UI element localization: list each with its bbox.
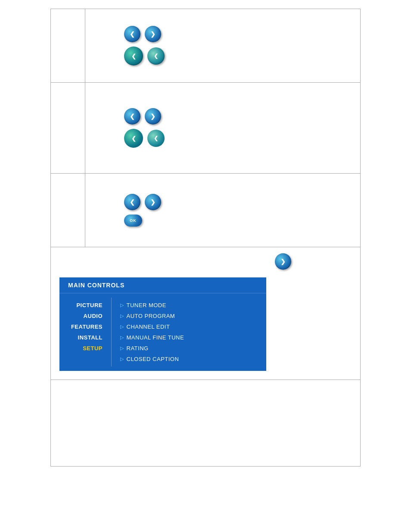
menu-item-audio[interactable]: AUDIO	[68, 311, 103, 321]
row3-right: ❮ ❯ OK	[85, 174, 360, 247]
row2-du-buttons: ❮ ❮	[124, 129, 165, 148]
row1-right: ❮ ❯ ❮ ❮	[85, 9, 360, 82]
row3-ok-button-row: OK	[124, 215, 161, 227]
page-container: ❮ ❯ ❮ ❮	[0, 0, 411, 532]
arrow-icon-tuner: ▷	[120, 302, 124, 308]
down-arrow-icon: ❮	[131, 53, 136, 59]
row4-full: ❯ MAIN CONTROLS PICTURE AUDIO FEATURES I…	[51, 247, 360, 380]
row2-left	[51, 83, 85, 173]
menu-item-install[interactable]: INSTALL	[68, 332, 103, 343]
row1-left	[51, 9, 85, 82]
row4-right-arrow-button[interactable]: ❯	[275, 253, 291, 270]
ok-button[interactable]: OK	[124, 215, 142, 227]
right-arrow-icon-4: ❯	[280, 258, 286, 265]
ok-label: OK	[130, 218, 137, 223]
menu-left-column: PICTURE AUDIO FEATURES INSTALL SETUP	[59, 293, 111, 371]
row3-lr-buttons: ❮ ❯	[124, 194, 161, 210]
down-arrow-icon-2: ❮	[131, 135, 136, 142]
row2-right: ❮ ❯ ❮ ❮	[85, 83, 360, 173]
up-arrow-icon: ❮	[154, 53, 158, 59]
arrow-icon-caption: ▷	[120, 356, 124, 362]
row1-down-arrow-button[interactable]: ❮	[124, 47, 143, 65]
menu-item-picture[interactable]: PICTURE	[68, 300, 103, 311]
row3-left	[51, 174, 85, 247]
row1-up-arrow-button[interactable]: ❮	[147, 47, 165, 65]
right-arrow-icon-2: ❯	[150, 113, 156, 120]
row2-right-arrow-button[interactable]: ❯	[145, 108, 161, 124]
row-5	[51, 380, 360, 466]
left-arrow-icon-2: ❮	[130, 113, 135, 120]
right-arrow-icon-3: ❯	[150, 199, 156, 205]
left-arrow-icon: ❮	[130, 31, 135, 37]
row1-left-arrow-button[interactable]: ❮	[124, 26, 140, 42]
row1-du-buttons: ❮ ❮	[124, 47, 165, 65]
row-1: ❮ ❯ ❮ ❮	[51, 9, 360, 83]
row1-lr-buttons: ❮ ❯	[124, 26, 165, 42]
arrow-icon-manual: ▷	[120, 335, 124, 340]
row-4: ❯ MAIN CONTROLS PICTURE AUDIO FEATURES I…	[51, 247, 360, 380]
arrow-icon-channel: ▷	[120, 324, 124, 330]
menu-right-manual-fine-tune[interactable]: ▷ MANUAL FINE TUNE	[120, 332, 258, 343]
menu-right-rating[interactable]: ▷ RATING	[120, 343, 258, 354]
right-arrow-icon: ❯	[150, 31, 156, 37]
menu-right-channel-edit[interactable]: ▷ CHANNEL EDIT	[120, 321, 258, 332]
row2-lr-buttons: ❮ ❯	[124, 108, 165, 124]
row2-left-arrow-button[interactable]: ❮	[124, 108, 140, 124]
menu-body: PICTURE AUDIO FEATURES INSTALL SETUP ▷ T…	[59, 293, 266, 371]
arrow-icon-rating: ▷	[120, 345, 124, 351]
arrow-icon-auto: ▷	[120, 313, 124, 319]
row2-down-arrow-button[interactable]: ❮	[124, 129, 143, 148]
row3-nav: ❮ ❯ OK	[124, 194, 161, 227]
row-2: ❮ ❯ ❮ ❮	[51, 83, 360, 174]
menu-right-column: ▷ TUNER MODE ▷ AUTO PROGRAM ▷ CHANNEL ED…	[112, 293, 266, 371]
main-controls-menu: MAIN CONTROLS PICTURE AUDIO FEATURES INS…	[59, 277, 266, 371]
instruction-table: ❮ ❯ ❮ ❮	[50, 9, 361, 467]
row-3: ❮ ❯ OK	[51, 174, 360, 247]
row3-right-arrow-button[interactable]: ❯	[145, 194, 161, 210]
row2-nav: ❮ ❯ ❮ ❮	[124, 108, 165, 148]
left-arrow-icon-3: ❮	[130, 199, 135, 205]
up-arrow-icon-2: ❮	[154, 135, 158, 141]
row1-right-arrow-button[interactable]: ❯	[145, 26, 161, 42]
menu-right-tuner-mode[interactable]: ▷ TUNER MODE	[120, 300, 258, 311]
menu-right-closed-caption[interactable]: ▷ CLOSED CAPTION	[120, 354, 258, 364]
menu-title: MAIN CONTROLS	[59, 277, 266, 293]
row3-left-arrow-button[interactable]: ❮	[124, 194, 140, 210]
menu-right-auto-program[interactable]: ▷ AUTO PROGRAM	[120, 311, 258, 321]
row5-full	[51, 380, 360, 466]
row1-nav: ❮ ❯ ❮ ❮	[124, 26, 165, 65]
menu-item-features[interactable]: FEATURES	[68, 321, 103, 332]
row2-up-arrow-button[interactable]: ❮	[147, 130, 165, 147]
menu-item-setup[interactable]: SETUP	[68, 343, 103, 354]
